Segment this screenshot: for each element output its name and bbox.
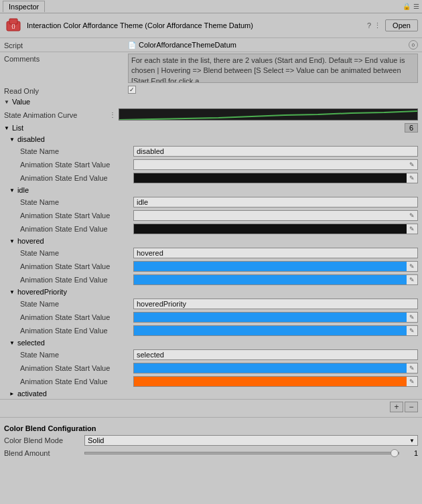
idle-end-color[interactable]: ✎ bbox=[133, 224, 418, 234]
blend-slider-track bbox=[84, 452, 399, 454]
disabled-end-color[interactable]: ✎ bbox=[133, 173, 418, 183]
header-menu-icon[interactable]: ⋮ bbox=[374, 21, 381, 30]
comments-value: For each state in the list, there are 2 … bbox=[128, 54, 418, 83]
add-list-item-button[interactable]: + bbox=[390, 402, 403, 412]
selected-start-row: Animation State Start Value ✎ bbox=[5, 361, 422, 375]
disabled-end-label: Animation State End Value bbox=[9, 173, 133, 182]
idle-end-edit-icon[interactable]: ✎ bbox=[407, 224, 417, 234]
hovered-state-name-input[interactable]: hovered bbox=[133, 248, 418, 258]
selected-end-edit-icon[interactable]: ✎ bbox=[407, 376, 417, 387]
remove-list-item-button[interactable]: − bbox=[405, 402, 418, 412]
selected-state-name-row: State Name selected bbox=[5, 348, 422, 361]
list-arrow[interactable]: ▼ bbox=[4, 125, 9, 131]
hovered-start-edit-icon[interactable]: ✎ bbox=[407, 261, 417, 272]
disabled-arrow[interactable]: ▼ bbox=[9, 137, 15, 143]
disabled-start-value: ✎ bbox=[133, 159, 418, 170]
anim-curve-label: State Animation Curve bbox=[4, 110, 108, 119]
inspector-tab[interactable]: Inspector bbox=[3, 1, 45, 12]
idle-state-name-row: State Name idle bbox=[5, 195, 422, 209]
disabled-start-color[interactable]: ✎ bbox=[133, 159, 418, 170]
anim-curve-row: State Animation Curve ⋮ bbox=[0, 107, 422, 122]
hovered-arrow[interactable]: ▼ bbox=[9, 238, 15, 244]
disabled-start-edit-icon[interactable]: ✎ bbox=[407, 159, 417, 170]
hovered-end-color[interactable]: ✎ bbox=[133, 274, 418, 285]
readonly-checkbox[interactable]: ✓ bbox=[128, 86, 136, 94]
blend-amount-slider[interactable] bbox=[84, 448, 399, 458]
selected-start-edit-icon[interactable]: ✎ bbox=[407, 363, 417, 373]
list-item-selected-header: ▼ selected bbox=[0, 337, 422, 348]
selected-end-row: Animation State End Value ✎ bbox=[5, 375, 422, 388]
selected-end-color[interactable]: ✎ bbox=[133, 376, 418, 387]
idle-start-color[interactable]: ✎ bbox=[133, 210, 418, 221]
hovered-start-row: Animation State Start Value ✎ bbox=[5, 260, 422, 273]
disabled-end-edit-icon[interactable]: ✎ bbox=[407, 173, 417, 183]
hovered-priority-end-edit-icon[interactable]: ✎ bbox=[407, 325, 417, 336]
hovered-priority-end-row: Animation State End Value ✎ bbox=[5, 324, 422, 337]
activated-arrow[interactable]: ▼ bbox=[9, 391, 15, 396]
script-value-container: 📄 ColorAffordanceThemeDatum ○ bbox=[128, 40, 418, 50]
list-header: ▼ List 6 bbox=[0, 122, 422, 134]
hovered-end-edit-icon[interactable]: ✎ bbox=[407, 274, 417, 285]
blend-slider-thumb[interactable] bbox=[391, 449, 399, 457]
header-icons: ? ⋮ bbox=[367, 21, 381, 30]
hovered-start-color[interactable]: ✎ bbox=[133, 261, 418, 272]
hovered-priority-name: hoveredPriority bbox=[17, 288, 67, 296]
list-item-activated: ▼ activated bbox=[0, 388, 422, 399]
blend-mode-select[interactable]: Solid ▼ bbox=[84, 435, 418, 446]
anim-curve-menu-icon[interactable]: ⋮ bbox=[108, 111, 117, 118]
hovered-name: hovered bbox=[17, 237, 44, 245]
selected-end-value: ✎ bbox=[133, 376, 418, 387]
hovered-priority-start-label: Animation State Start Value bbox=[9, 312, 133, 321]
anim-curve-canvas[interactable] bbox=[119, 108, 418, 120]
hovered-priority-start-edit-icon[interactable]: ✎ bbox=[407, 312, 417, 323]
idle-start-label: Animation State Start Value bbox=[9, 210, 133, 220]
idle-arrow[interactable]: ▼ bbox=[9, 187, 15, 193]
lock-icon[interactable]: 🔒 bbox=[403, 3, 411, 10]
list-item-disabled-header: ▼ disabled bbox=[0, 134, 422, 145]
readonly-row: Read Only ✓ bbox=[0, 84, 422, 96]
idle-state-name-label: State Name bbox=[9, 197, 133, 206]
selected-state-name-value: selected bbox=[133, 349, 418, 360]
hovered-priority-start-color[interactable]: ✎ bbox=[133, 312, 418, 323]
script-selector-icon[interactable]: ○ bbox=[409, 40, 418, 50]
list-label: List bbox=[12, 124, 23, 132]
checkbox-check: ✓ bbox=[129, 86, 135, 93]
blend-amount-value: 1 bbox=[402, 449, 418, 457]
hovered-priority-end-color[interactable]: ✎ bbox=[133, 325, 418, 336]
open-button[interactable]: Open bbox=[385, 19, 418, 31]
hovered-priority-arrow[interactable]: ▼ bbox=[9, 289, 15, 295]
hovered-state-name-label: State Name bbox=[9, 248, 133, 257]
idle-name: idle bbox=[17, 186, 29, 194]
disabled-name: disabled bbox=[17, 135, 45, 143]
hovered-priority-state-name-row: State Name hoveredPriority bbox=[5, 297, 422, 311]
help-icon[interactable]: ? bbox=[367, 21, 371, 29]
disabled-start-label: Animation State Start Value bbox=[9, 159, 133, 169]
list-item-idle: ▼ idle State Name idle Animation State S… bbox=[0, 185, 422, 236]
disabled-end-value: ✎ bbox=[133, 173, 418, 183]
hovered-start-value: ✎ bbox=[133, 261, 418, 272]
selected-state-name-label: State Name bbox=[9, 349, 133, 359]
disabled-state-name-input[interactable]: disabled bbox=[133, 146, 418, 157]
list-item-disabled: ▼ disabled State Name disabled Animation… bbox=[0, 134, 422, 185]
component-title: Interaction Color Affordance Theme (Colo… bbox=[27, 21, 363, 29]
blend-title: Color Blend Configuration bbox=[4, 424, 418, 432]
selected-start-color[interactable]: ✎ bbox=[133, 363, 418, 373]
disabled-start-row: Animation State Start Value ✎ bbox=[5, 158, 422, 171]
idle-props: State Name idle Animation State Start Va… bbox=[0, 195, 422, 236]
color-blend-section: Color Blend Configuration Color Blend Mo… bbox=[0, 420, 422, 465]
idle-end-label: Animation State End Value bbox=[9, 224, 133, 233]
script-row: Script 📄 ColorAffordanceThemeDatum ○ bbox=[0, 38, 422, 52]
disabled-end-row: Animation State End Value ✎ bbox=[5, 171, 422, 185]
selected-arrow[interactable]: ▼ bbox=[9, 340, 15, 346]
value-arrow[interactable]: ▼ bbox=[4, 99, 9, 105]
title-menu-icon[interactable]: ☰ bbox=[413, 3, 419, 10]
selected-end-label: Animation State End Value bbox=[9, 376, 133, 386]
list-item-activated-header: ▼ activated bbox=[0, 388, 422, 399]
list-item-hovered-priority-header: ▼ hoveredPriority bbox=[0, 286, 422, 297]
idle-state-name-input[interactable]: idle bbox=[133, 197, 418, 207]
hovered-props: State Name hovered Animation State Start… bbox=[0, 246, 422, 286]
hovered-priority-state-name-input[interactable]: hoveredPriority bbox=[133, 299, 418, 309]
idle-start-edit-icon[interactable]: ✎ bbox=[407, 210, 417, 221]
selected-state-name-input[interactable]: selected bbox=[133, 349, 418, 360]
hovered-priority-start-row: Animation State Start Value ✎ bbox=[5, 311, 422, 324]
